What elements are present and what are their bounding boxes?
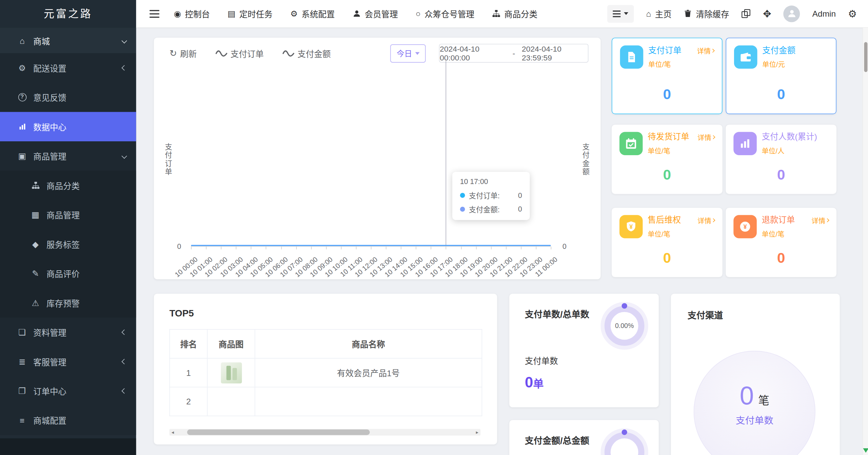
sidebar-item-stock-alert[interactable]: ⚠ 库存预警 xyxy=(0,288,136,317)
range-select-button[interactable]: 今日 xyxy=(390,44,426,62)
stat-value: 0 xyxy=(777,86,785,103)
nav-item-label: 控制台 xyxy=(185,8,210,19)
sidebar-item-label: 客服管理 xyxy=(33,356,118,367)
sidebar-item-data-center[interactable]: 数据中心 xyxy=(0,112,136,141)
scroll-left-arrow-icon[interactable]: ◂ xyxy=(169,429,176,436)
date-start: 2024-04-10 00:00:00 xyxy=(440,44,506,62)
sidebar-toggle-button[interactable] xyxy=(150,7,159,20)
gear-icon: ⚙ xyxy=(290,8,298,18)
sidebar-item-customer-service[interactable]: ≣ 客服管理 xyxy=(0,347,136,376)
pay-count-label: 支付单数 xyxy=(525,354,643,366)
menu-lines-icon xyxy=(613,8,621,18)
sidebar-item-mall-config[interactable]: ≡ 商城配置 xyxy=(0,406,136,435)
sidebar-item-label: 商品管理 xyxy=(46,209,126,220)
detail-link[interactable]: 详情 xyxy=(697,132,715,142)
tooltip-row: 支付订单: 0 xyxy=(460,190,522,201)
horizontal-scrollbar-thumb[interactable] xyxy=(187,430,370,435)
payment-chart-card: ↻ 刷新 支付订单 支付金额 今日 2024-04-10 00:00:00 xyxy=(154,38,601,279)
stat-value: 0 xyxy=(663,86,671,103)
sidebar-item-data-management[interactable]: ❏ 资料管理 xyxy=(0,317,136,347)
legend-item-pay-orders[interactable]: 支付订单 xyxy=(216,48,264,59)
stat-card-after-sales[interactable]: ¥ 售后维权 详情 单位/笔 0 xyxy=(612,208,722,277)
vertical-scrollbar[interactable] xyxy=(863,28,868,455)
sidebar-item-product-reviews[interactable]: ✎ 商品评价 xyxy=(0,259,136,288)
stat-unit: 单位/笔 xyxy=(648,228,714,239)
horizontal-scrollbar[interactable]: ◂ ▸ xyxy=(169,429,480,436)
refresh-button[interactable]: ↻ 刷新 xyxy=(169,48,197,59)
sidebar-item-service-tags[interactable]: ◆ 服务标签 xyxy=(0,230,136,259)
stat-title: 售后维权 xyxy=(648,215,681,225)
stat-card-payers-total[interactable]: 支付人数(累计) 单位/人 0 xyxy=(726,125,836,194)
sidebar-item-order-center[interactable]: ❐ 订单中心 xyxy=(0,376,136,405)
product-thumbnail xyxy=(220,362,242,383)
nav-item-label: 会员管理 xyxy=(365,8,398,19)
nav-item-product-category[interactable]: 商品分类 xyxy=(492,8,538,19)
coin-yen-icon: ¥ xyxy=(733,215,757,238)
chart-tooltip: 10 17:00 支付订单: 0 支付金额: 0 xyxy=(452,172,529,220)
cell-name: 有效会员产品1号 xyxy=(255,358,482,387)
channel-value: 0 xyxy=(740,380,754,410)
bar-chart-icon xyxy=(16,123,29,131)
nav-item-scheduled-tasks[interactable]: ▤ 定时任务 xyxy=(228,8,273,19)
sidebar-item-product-management-sub[interactable]: ▦ 商品管理 xyxy=(0,200,136,229)
scroll-right-arrow-icon[interactable]: ▸ xyxy=(474,429,481,436)
sidebar-item-feedback[interactable]: ? 意见反馈 xyxy=(0,83,136,112)
sidebar-item-label: 意见反馈 xyxy=(33,91,126,103)
sidebar-item-label: 配送设置 xyxy=(33,62,118,74)
username[interactable]: Admin xyxy=(812,9,836,18)
nav-item-label: 定时任务 xyxy=(239,8,273,19)
stat-card-pending-shipment[interactable]: 待发货订单 详情 单位/笔 0 xyxy=(612,125,722,194)
user-icon xyxy=(352,10,361,18)
top5-title: TOP5 xyxy=(169,308,481,319)
sidebar-item-label: 订单中心 xyxy=(33,385,118,397)
vertical-scrollbar-thumb[interactable] xyxy=(864,42,868,72)
scroll-down-indicator-icon[interactable] xyxy=(863,448,868,453)
column-header-image: 商品图 xyxy=(207,329,255,358)
stat-title: 支付人数(累计) xyxy=(762,132,817,142)
sidebar-item-mall[interactable]: ⌂ 商城 xyxy=(0,28,136,53)
cell-name xyxy=(255,387,482,416)
column-header-rank: 排名 xyxy=(170,329,207,358)
detail-link[interactable]: 详情 xyxy=(697,215,715,225)
tasks-icon: ▤ xyxy=(228,8,235,18)
detail-link[interactable]: 详情 xyxy=(812,215,829,225)
detail-link[interactable]: 详情 xyxy=(697,46,714,56)
stat-card-pay-amount[interactable]: 支付金额 单位/元 0 xyxy=(726,38,836,114)
sitemap-icon xyxy=(492,10,500,18)
crosshair-line xyxy=(446,61,446,246)
briefcase-icon: ▦ xyxy=(29,210,42,220)
product-table: 排名 商品图 商品名称 1 有效会员产品1号 2 xyxy=(169,329,482,416)
chevron-right-icon xyxy=(825,218,829,222)
stat-card-refund-orders[interactable]: ¥ 退款订单 详情 单位/笔 0 xyxy=(726,208,836,277)
nav-item-crowdfunding[interactable]: ○ 众筹仓号管理 xyxy=(416,8,474,19)
legend-item-pay-amount[interactable]: 支付金额 xyxy=(283,48,331,59)
home-icon: ⌂ xyxy=(646,9,651,18)
nav-item-member-management[interactable]: 会员管理 xyxy=(352,8,398,19)
sidebar-item-label: 商城 xyxy=(33,35,118,46)
nav-item-console[interactable]: ◉ 控制台 xyxy=(174,8,210,19)
sidebar-item-delivery-settings[interactable]: ⚙ 配送设置 xyxy=(0,53,136,83)
pay-count-value: 0单 xyxy=(525,374,643,392)
clear-cache-button[interactable]: 清除缓存 xyxy=(684,8,729,19)
document-icon: ❐ xyxy=(16,386,29,396)
sidebar-item-product-category[interactable]: 商品分类 xyxy=(0,171,136,200)
bar-chart-icon xyxy=(733,132,757,155)
fullscreen-icon[interactable]: ✥ xyxy=(763,7,771,20)
avatar[interactable] xyxy=(784,5,800,22)
sidebar-item-product-management[interactable]: ▣ 商品管理 xyxy=(0,141,136,170)
translate-icon[interactable] xyxy=(741,9,751,18)
cell-rank: 2 xyxy=(170,387,207,416)
settings-gear-icon[interactable]: ⚙ xyxy=(848,7,857,20)
nav-item-system-config[interactable]: ⚙ 系统配置 xyxy=(290,8,335,19)
date-range-input[interactable]: 2024-04-10 00:00:00 - 2024-04-10 23:59:5… xyxy=(439,44,589,62)
stat-card-pay-orders[interactable]: 支付订单 详情 单位/笔 0 xyxy=(612,38,722,114)
stat-value: 0 xyxy=(663,249,671,267)
menu-dropdown-button[interactable] xyxy=(607,5,634,22)
pay-channel-title: 支付渠道 xyxy=(688,308,823,321)
question-icon: ? xyxy=(16,93,29,101)
legend-label: 支付订单 xyxy=(231,48,264,59)
file-text-icon xyxy=(620,46,643,69)
stat-unit: 单位/人 xyxy=(762,145,829,156)
date-end: 2024-04-10 23:59:59 xyxy=(522,44,588,62)
home-button[interactable]: ⌂ 主页 xyxy=(646,8,672,19)
